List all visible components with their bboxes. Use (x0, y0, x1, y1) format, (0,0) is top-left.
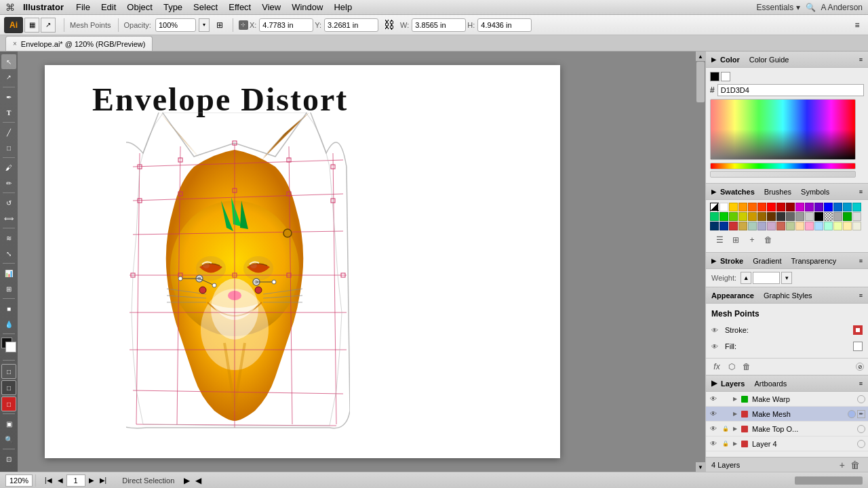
link-icon[interactable]: ⛓ (384, 19, 395, 31)
layer4-target[interactable] (857, 440, 865, 448)
fx-btn[interactable]: fx (710, 360, 724, 373)
layers-tab[interactable]: Layers (721, 380, 745, 388)
layer-mesh-eye[interactable]: 👁 (709, 410, 718, 418)
swatch-mauve[interactable] (767, 222, 776, 230)
brushes-tab[interactable]: Brushes (764, 188, 791, 196)
options-icon[interactable]: ⊞ (212, 18, 227, 33)
layer-warp-expand[interactable]: ▶ (733, 396, 737, 402)
prev-page-btn[interactable]: ◀ (56, 476, 65, 484)
swatch-mint[interactable] (824, 222, 833, 230)
color-panel-options[interactable]: ≡ (859, 56, 863, 63)
gradient-tool[interactable]: ■ (1, 301, 16, 316)
layer-warp-eye[interactable]: 👁 (709, 395, 718, 403)
swatch-white[interactable] (719, 203, 728, 211)
opacity-input[interactable]: 100% (155, 18, 196, 32)
swatch-yellow-green[interactable] (738, 212, 747, 221)
layer4-lock[interactable]: 🔒 (721, 441, 730, 447)
opacity-dropdown[interactable]: ▾ (199, 18, 210, 32)
swatch-pale[interactable] (852, 212, 861, 221)
swatch-sky-blue[interactable] (843, 203, 852, 211)
scrubber[interactable] (795, 476, 863, 485)
app-name[interactable]: Illustrator (23, 2, 64, 12)
swatch-ivory[interactable] (852, 222, 861, 230)
screen-mode[interactable]: ⊡ (1, 451, 16, 466)
swatch-orange2[interactable] (748, 203, 757, 211)
scroll-down-btn[interactable]: ▼ (696, 462, 705, 472)
swatch-pink[interactable] (805, 222, 814, 230)
swatch-light-blue[interactable] (814, 222, 823, 230)
layer-row-make-top[interactable]: 👁 🔒 ▶ Make Top O... (706, 422, 868, 436)
layer-row-make-warp[interactable]: 👁 ▶ Make Warp (706, 392, 868, 407)
apple-menu[interactable]: ⌘ (5, 2, 15, 13)
layer-mesh-expand[interactable]: ▶ (733, 411, 737, 417)
swatch-purple[interactable] (805, 203, 814, 211)
swatch-lime[interactable] (729, 212, 738, 221)
next-page-btn[interactable]: ▶ (87, 476, 96, 484)
artboards-tab[interactable]: Artboards (754, 380, 787, 388)
stroke-color-chip[interactable] (853, 325, 863, 335)
swatch-black[interactable] (814, 212, 823, 221)
reflect-tool[interactable]: ⟺ (1, 211, 16, 226)
swatch-light-yellow[interactable] (833, 222, 842, 230)
swatch-coral[interactable] (776, 222, 785, 230)
w-input[interactable]: 3.8565 in (412, 18, 466, 32)
swatch-blue[interactable] (824, 203, 833, 211)
stroke-weight-input[interactable] (753, 272, 780, 284)
rotate-tool[interactable]: ↺ (1, 195, 16, 210)
color-spectrum[interactable] (710, 99, 856, 160)
swatch-library-btn[interactable]: ☰ (713, 233, 726, 247)
menu-edit[interactable]: Edit (96, 2, 121, 12)
stroke-tab[interactable]: Stroke (720, 257, 743, 265)
symbols-tab[interactable]: Symbols (801, 188, 829, 196)
document-tab[interactable]: × Envelope.ai* @ 120% (RGB/Preview) (5, 36, 153, 51)
search-icon[interactable]: 🔍 (806, 3, 816, 12)
swatch-pattern[interactable] (824, 212, 833, 221)
fill-swatch[interactable] (710, 72, 719, 81)
swatch-violet[interactable] (814, 203, 823, 211)
swatches-tab[interactable]: Swatches (720, 188, 755, 196)
type-tool[interactable]: T (1, 105, 16, 120)
hue-bar[interactable] (710, 163, 856, 169)
warp-tool[interactable]: ≋ (1, 230, 16, 245)
fill-visibility-eye[interactable]: 👁 (711, 343, 721, 350)
swatch-tan[interactable] (738, 222, 747, 230)
swatch-gray[interactable] (786, 212, 795, 221)
stroke-visibility-eye[interactable]: 👁 (711, 327, 721, 334)
menu-type[interactable]: Type (158, 2, 188, 12)
swatch-dark-gray[interactable] (776, 212, 785, 221)
appearance-fill-row[interactable]: 👁 Fill: (711, 339, 863, 354)
toolbar-icon2[interactable]: ↗ (41, 18, 56, 33)
direct-selection-tool[interactable]: ↗ (1, 70, 16, 85)
appearance-panel-header[interactable]: Appearance Graphic Styles ≡ (706, 287, 868, 304)
scroll-track[interactable] (696, 61, 705, 462)
menu-file[interactable]: File (71, 2, 96, 12)
swatch-brown[interactable] (757, 212, 766, 221)
appearance-stroke-row[interactable]: 👁 Stroke: (711, 323, 863, 338)
appearance-options[interactable]: ≡ (859, 292, 863, 299)
layer-mesh-edit[interactable]: ✏ (857, 410, 865, 418)
swatch-gold[interactable] (748, 212, 757, 221)
swatch-cream[interactable] (843, 222, 852, 230)
canvas-area[interactable]: Envelope Distort (18, 52, 705, 472)
swatch-green[interactable] (719, 212, 728, 221)
appear-new-btn[interactable]: ⬡ (725, 360, 738, 373)
swatch-med-blue[interactable] (833, 203, 842, 211)
layer4-eye[interactable]: 👁 (709, 440, 718, 447)
swatch-navy2[interactable] (719, 222, 728, 230)
fill-color-chip[interactable] (853, 342, 863, 351)
stroke-options[interactable]: ≡ (859, 258, 863, 264)
swatch-red-orange[interactable] (757, 203, 766, 211)
color-panel-header[interactable]: ▶ Color Color Guide ≡ (706, 52, 868, 68)
swatch-none[interactable] (710, 203, 719, 211)
menu-effect[interactable]: Effect (223, 2, 256, 12)
first-page-btn[interactable]: |◀ (43, 476, 54, 484)
workspace-selector[interactable]: Essentials ▾ (757, 3, 800, 12)
new-layer-btn[interactable]: + (840, 460, 845, 470)
layer-top-expand[interactable]: ▶ (733, 426, 737, 432)
swatch-lavender[interactable] (757, 222, 766, 230)
stroke-panel-header[interactable]: ▶ Stroke Gradient Transparency ≡ (706, 253, 868, 269)
selection-tool[interactable]: ↖ (1, 54, 16, 69)
line-tool[interactable]: ╱ (1, 125, 16, 140)
menu-view[interactable]: View (256, 2, 286, 12)
swatch-yellow[interactable] (729, 203, 738, 211)
